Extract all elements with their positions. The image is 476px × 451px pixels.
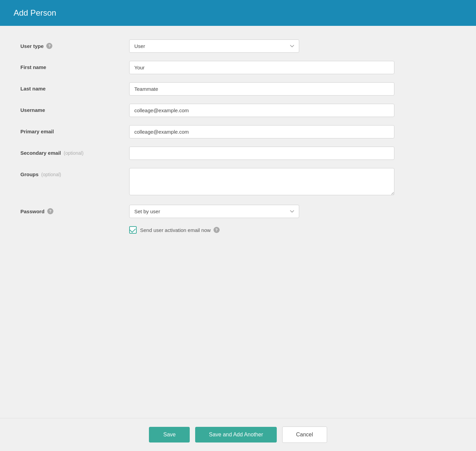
- last-name-input[interactable]: [129, 82, 394, 96]
- password-help-icon[interactable]: ?: [47, 208, 53, 214]
- groups-row: Groups (optional): [20, 168, 394, 197]
- activation-email-checkbox-wrapper[interactable]: [129, 226, 137, 234]
- activation-email-label: Send user activation email now ?: [140, 227, 220, 233]
- secondary-email-input[interactable]: [129, 147, 394, 160]
- primary-email-row: Primary email: [20, 125, 394, 138]
- secondary-email-row: Secondary email (optional): [20, 147, 394, 160]
- user-type-label-col: User type ?: [20, 39, 129, 49]
- groups-label-col: Groups (optional): [20, 168, 129, 177]
- last-name-label-col: Last name: [20, 82, 129, 91]
- password-label-col: Password ?: [20, 205, 129, 214]
- last-name-label: Last name: [20, 86, 46, 91]
- user-type-select[interactable]: User Administrator Viewer: [129, 39, 299, 53]
- primary-email-field-col: [129, 125, 394, 138]
- username-label: Username: [20, 107, 45, 113]
- password-row: Password ? Set by user Set manually No p…: [20, 205, 394, 218]
- activation-email-row: Send user activation email now ?: [129, 226, 394, 234]
- cancel-button[interactable]: Cancel: [282, 427, 327, 443]
- secondary-email-label-col: Secondary email (optional): [20, 147, 129, 156]
- password-field-col: Set by user Set manually No password: [129, 205, 394, 218]
- username-field-col: [129, 104, 394, 117]
- password-label: Password: [20, 208, 45, 214]
- user-type-label: User type: [20, 43, 44, 49]
- user-type-field-col: User Administrator Viewer: [129, 39, 394, 53]
- user-type-help-icon[interactable]: ?: [46, 43, 52, 49]
- first-name-label: First name: [20, 64, 46, 70]
- footer: Save Save and Add Another Cancel: [0, 418, 476, 451]
- secondary-email-optional: (optional): [64, 150, 83, 156]
- first-name-input[interactable]: [129, 61, 394, 74]
- password-select[interactable]: Set by user Set manually No password: [129, 205, 299, 218]
- last-name-row: Last name: [20, 82, 394, 96]
- groups-input[interactable]: [129, 168, 394, 195]
- save-button[interactable]: Save: [149, 427, 190, 442]
- groups-field-col: [129, 168, 394, 197]
- last-name-field-col: [129, 82, 394, 96]
- page-header: Add Person: [0, 0, 476, 26]
- page-title: Add Person: [14, 8, 462, 18]
- secondary-email-field-col: [129, 147, 394, 160]
- first-name-label-col: First name: [20, 61, 129, 70]
- first-name-row: First name: [20, 61, 394, 74]
- primary-email-input[interactable]: [129, 125, 394, 138]
- primary-email-label: Primary email: [20, 129, 54, 134]
- groups-optional: (optional): [41, 172, 61, 177]
- secondary-email-label: Secondary email: [20, 150, 61, 156]
- groups-label: Groups: [20, 171, 38, 177]
- first-name-field-col: [129, 61, 394, 74]
- username-label-col: Username: [20, 104, 129, 113]
- primary-email-label-col: Primary email: [20, 125, 129, 134]
- form-container: User type ? User Administrator Viewer Fi…: [20, 39, 394, 234]
- save-and-add-button[interactable]: Save and Add Another: [195, 427, 276, 442]
- activation-help-icon[interactable]: ?: [214, 227, 220, 233]
- main-content: User type ? User Administrator Viewer Fi…: [0, 26, 476, 418]
- user-type-row: User type ? User Administrator Viewer: [20, 39, 394, 53]
- username-row: Username: [20, 104, 394, 117]
- username-input[interactable]: [129, 104, 394, 117]
